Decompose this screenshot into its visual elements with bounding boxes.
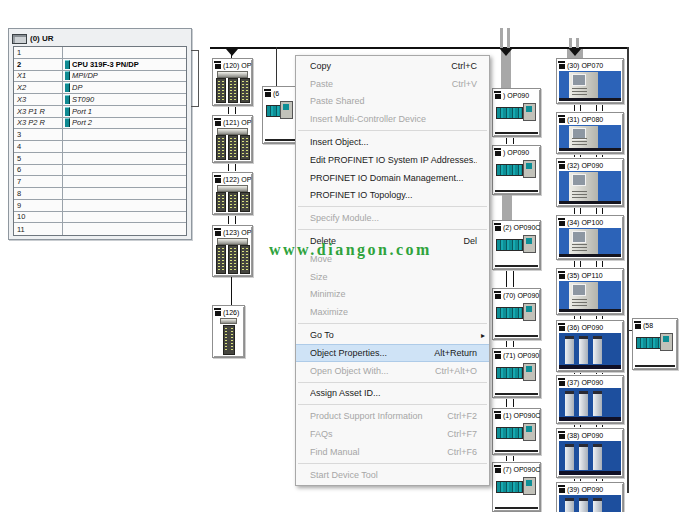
device-label: (126) bbox=[213, 306, 244, 317]
device-far-right: (58 bbox=[632, 318, 678, 370]
menu-separator bbox=[298, 206, 487, 207]
device-120op[interactable]: (120) OP bbox=[212, 58, 253, 106]
device-58[interactable]: (58 bbox=[632, 318, 678, 370]
rack-row-8[interactable]: 8 bbox=[14, 188, 186, 200]
menu-item-minimize[interactable]: Minimize bbox=[296, 286, 489, 304]
device-6[interactable]: (6 bbox=[262, 86, 298, 144]
context-menu: CopyCtrl+CPasteCtrl+VPaste SharedInsert … bbox=[295, 55, 490, 486]
device-hmi-icon bbox=[495, 233, 538, 267]
device-38op090[interactable]: (38) OP090 bbox=[556, 428, 624, 478]
rack-slot-label: X2 bbox=[14, 82, 63, 93]
rack-row-4[interactable]: 4 bbox=[14, 141, 186, 153]
menu-item-insert-object[interactable]: Insert Object... bbox=[296, 133, 489, 151]
device-71op090[interactable]: (71) OP090 bbox=[492, 348, 541, 398]
device-7op090c[interactable]: (7) OP090C bbox=[492, 462, 541, 512]
device-32op090[interactable]: (32) OP090 bbox=[556, 158, 624, 207]
device-op090[interactable]: ) OP090 bbox=[492, 145, 541, 195]
rack-row-10[interactable]: 10 bbox=[14, 212, 186, 224]
menu-item-product-support-information[interactable]: Product Support InformationCtrl+F2 bbox=[296, 407, 489, 425]
menu-item-label: Find Manual bbox=[310, 447, 439, 457]
rack-row-x3[interactable]: X3ST090 bbox=[14, 94, 186, 106]
rack-row-9[interactable]: 9 bbox=[14, 200, 186, 212]
menu-item-insert-multi-controller-device[interactable]: Insert Multi-Controller Device bbox=[296, 110, 489, 128]
menu-item-start-device-tool[interactable]: Start Device Tool bbox=[296, 466, 489, 484]
menu-item-size[interactable]: Size bbox=[296, 268, 489, 286]
menu-item-copy[interactable]: CopyCtrl+C bbox=[296, 57, 489, 75]
menu-item-paste-shared[interactable]: Paste Shared bbox=[296, 93, 489, 111]
rack-row-x1[interactable]: X1MPI/DP bbox=[14, 71, 186, 83]
menu-item-shortcut: Del bbox=[463, 236, 477, 246]
device-column-left: (120) OP(121) OP(122) OP(123) OP(126) bbox=[212, 58, 253, 358]
device-123op[interactable]: (123) OP bbox=[212, 225, 253, 277]
master-system-bracket-bottom bbox=[191, 106, 198, 107]
menu-item-shortcut: Ctrl+F2 bbox=[447, 411, 477, 421]
rack-module-cell: DP bbox=[63, 83, 186, 92]
device-drive-icon bbox=[559, 388, 621, 421]
menu-item-profinet-io-topology[interactable]: PROFINET IO Topology... bbox=[296, 187, 489, 205]
module-icon bbox=[65, 71, 70, 80]
rack-slot-label: 8 bbox=[14, 188, 63, 199]
menu-item-open-object-with[interactable]: Open Object With...Ctrl+Alt+O bbox=[296, 362, 489, 380]
rack-row-2[interactable]: 2CPU 319F-3 PN/DP bbox=[14, 59, 186, 71]
device-connector bbox=[492, 270, 541, 288]
menu-item-object-properties[interactable]: Object Properties...Alt+Return bbox=[296, 344, 489, 362]
device-op090[interactable]: ) OP090 bbox=[492, 88, 541, 137]
device-label-text: (123) OP bbox=[223, 228, 251, 237]
device-1op090c[interactable]: (1) OP090C bbox=[492, 408, 541, 455]
rack-header: (0) UR bbox=[9, 29, 191, 46]
rack-row-3[interactable]: 3 bbox=[14, 129, 186, 141]
device-122op[interactable]: (122) OP bbox=[212, 172, 253, 215]
profinet-device-icon bbox=[558, 271, 566, 279]
module-icon bbox=[65, 95, 70, 104]
module-icon bbox=[65, 118, 70, 127]
menu-item-go-to[interactable]: Go To▸ bbox=[296, 326, 489, 344]
device-39op090[interactable]: (39) OP090 bbox=[556, 482, 624, 512]
profinet-device-icon bbox=[264, 89, 272, 97]
rack-row-x3-p1-r[interactable]: X3 P1 RPort 1 bbox=[14, 106, 186, 118]
device-70op090[interactable]: (70) OP090 bbox=[492, 288, 541, 340]
device-connector bbox=[556, 207, 624, 215]
menu-item-assign-asset-id[interactable]: Assign Asset ID... bbox=[296, 385, 489, 403]
menu-item-profinet-io-domain-management[interactable]: PROFINET IO Domain Management... bbox=[296, 169, 489, 187]
device-121op[interactable]: (121) OP bbox=[212, 115, 253, 163]
device-31op080[interactable]: (31) OP080 bbox=[556, 112, 624, 154]
menu-item-maximize[interactable]: Maximize bbox=[296, 303, 489, 321]
profinet-rail-vertical[interactable] bbox=[627, 47, 629, 493]
device-label: (120) OP bbox=[213, 59, 252, 70]
device-126[interactable]: (126) bbox=[212, 305, 245, 358]
menu-item-paste[interactable]: PasteCtrl+V bbox=[296, 75, 489, 93]
menu-item-label: Copy bbox=[310, 61, 443, 71]
profinet-device-icon bbox=[494, 291, 502, 299]
device-2op090c[interactable]: (2) OP090C bbox=[492, 220, 541, 270]
rack-row-6[interactable]: 6 bbox=[14, 165, 186, 177]
rack-slot-label: X3 P2 R bbox=[14, 118, 63, 129]
menu-item-label: Paste Shared bbox=[310, 96, 477, 106]
device-drive-icon bbox=[559, 495, 621, 512]
menu-item-edit-profinet-io-system-ip-addresses[interactable]: Edit PROFINET IO System IP Addresses... bbox=[296, 151, 489, 169]
device-37op090[interactable]: (37) OP090 bbox=[556, 375, 624, 424]
rack-row-x2[interactable]: X2DP bbox=[14, 82, 186, 94]
rack-row-7[interactable]: 7 bbox=[14, 176, 186, 188]
device-34op100[interactable]: (34) OP100 bbox=[556, 215, 624, 260]
rack-row-1[interactable]: 1 bbox=[14, 47, 186, 59]
menu-item-label: Minimize bbox=[310, 289, 477, 299]
profinet-device-icon bbox=[494, 91, 502, 99]
rack-row-5[interactable]: 5 bbox=[14, 153, 186, 165]
device-label-text: (7) OP090C bbox=[503, 465, 540, 474]
menu-item-find-manual[interactable]: Find ManualCtrl+F6 bbox=[296, 443, 489, 461]
rack-slot-label: 9 bbox=[14, 200, 63, 211]
device-30op070[interactable]: (30) OP070 bbox=[556, 58, 624, 104]
menu-item-faqs[interactable]: FAQsCtrl+F7 bbox=[296, 425, 489, 443]
menu-item-specify-module[interactable]: Specify Module... bbox=[296, 209, 489, 227]
menu-item-shortcut: Ctrl+F6 bbox=[447, 447, 477, 457]
device-36op090[interactable]: (36) OP090 bbox=[556, 320, 624, 372]
rack-window[interactable]: (0) UR 12CPU 319F-3 PN/DPX1MPI/DPX2DPX3S… bbox=[8, 28, 192, 240]
rack-row-11[interactable]: 11 bbox=[14, 223, 186, 235]
rack-slot-label: 4 bbox=[14, 141, 63, 152]
device-label-text: (31) OP080 bbox=[567, 115, 603, 124]
device-label-text: (38) OP090 bbox=[567, 431, 603, 440]
rack-row-x3-p2-r[interactable]: X3 P2 RPort 2 bbox=[14, 118, 186, 130]
device-35op110[interactable]: (35) OP110 bbox=[556, 268, 624, 315]
device-label: (1) OP090C bbox=[493, 409, 540, 420]
device-connector bbox=[556, 260, 624, 268]
